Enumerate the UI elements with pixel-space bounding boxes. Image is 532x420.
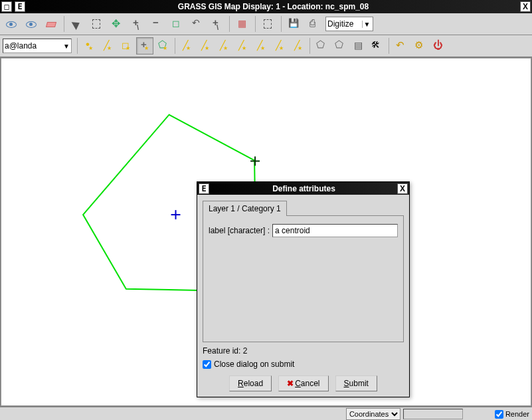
- zoom-menu-button[interactable]: [208, 15, 225, 33]
- chevron-down-icon[interactable]: ▼: [62, 43, 71, 50]
- digitizer-toolbar: ▼: [0, 35, 532, 57]
- quit-digitizer-button[interactable]: [429, 37, 446, 54]
- pan-button[interactable]: [108, 15, 126, 33]
- dialog-close-button[interactable]: X: [397, 183, 408, 194]
- label-field-input[interactable]: [272, 224, 398, 237]
- close-window-button[interactable]: X: [520, 1, 531, 12]
- dialog-tab-panel: label [character] :: [203, 215, 404, 342]
- move-feature-button[interactable]: [271, 37, 288, 54]
- pointer-button[interactable]: [68, 15, 86, 33]
- render-label: Render: [505, 410, 529, 418]
- digitize-line-button[interactable]: [99, 37, 116, 54]
- view-mode-select[interactable]: ▼: [325, 17, 373, 31]
- overlay-button[interactable]: [260, 15, 277, 33]
- status-bar: Coordinates Render: [0, 407, 532, 420]
- main-titlebar: □ E GRASS GIS Map Display: 1 - Location:…: [0, 0, 532, 13]
- chevron-down-icon[interactable]: ▼: [362, 21, 371, 28]
- feature-id-row: Feature id: 2: [203, 346, 404, 356]
- dialog-title: Define attributes: [211, 184, 397, 193]
- undo-button[interactable]: [392, 37, 409, 54]
- render-saved-button[interactable]: [23, 15, 40, 33]
- label-field-label: label [character] :: [209, 226, 270, 235]
- reload-button[interactable]: RReloadeload: [229, 375, 272, 391]
- zoom-in-button[interactable]: [128, 15, 145, 33]
- active-vertex-cross: [250, 156, 260, 165]
- cancel-icon: ✖: [287, 379, 294, 388]
- sys-menu-icon[interactable]: □: [1, 1, 12, 12]
- zoom-back-button[interactable]: [188, 15, 205, 33]
- app-e-icon[interactable]: E: [15, 1, 25, 12]
- settings-button[interactable]: [410, 37, 428, 54]
- digitize-area-button[interactable]: [155, 37, 172, 54]
- edit-line-button[interactable]: [252, 37, 270, 54]
- vector-layer-input[interactable]: [3, 41, 62, 51]
- zoom-map-button[interactable]: [168, 15, 185, 33]
- define-attributes-dialog: E Define attributes X Layer 1 / Category…: [197, 181, 410, 397]
- display-cats-button[interactable]: [313, 37, 330, 54]
- close-on-submit-checkbox[interactable]: [203, 360, 211, 369]
- dialog-titlebar: E Define attributes X: [197, 182, 409, 195]
- tab-layer-category[interactable]: Layer 1 / Category 1: [203, 201, 287, 216]
- dialog-tab-header: Layer 1 / Category 1: [203, 200, 404, 215]
- close-on-submit-toggle[interactable]: Close dialog on submit: [203, 360, 404, 369]
- split-line-button[interactable]: [234, 37, 251, 54]
- dialog-e-icon[interactable]: E: [199, 183, 209, 194]
- cancel-button[interactable]: ✖Cancel: [278, 375, 328, 391]
- display-attr-button[interactable]: [350, 37, 367, 54]
- vector-layer-select[interactable]: ▼: [3, 39, 72, 53]
- window-title: GRASS GIS Map Display: 1 - Location: nc_…: [27, 2, 520, 11]
- render-checkbox[interactable]: [495, 410, 503, 419]
- erase-display-button[interactable]: [43, 15, 60, 33]
- zoom-out-button[interactable]: [148, 15, 165, 33]
- move-vertex-button[interactable]: [178, 37, 195, 54]
- analyze-button[interactable]: [234, 15, 251, 33]
- digitize-point-button[interactable]: [80, 37, 98, 54]
- view-mode-input[interactable]: [327, 19, 362, 29]
- additional-tools-button[interactable]: [369, 37, 386, 54]
- close-on-submit-label: Close dialog on submit: [214, 360, 294, 369]
- remove-vertex-button[interactable]: [215, 37, 232, 54]
- digitize-centroid-button[interactable]: [136, 37, 153, 54]
- print-button[interactable]: [306, 15, 323, 33]
- feature-id-value: 2: [243, 346, 248, 356]
- render-map-button[interactable]: [3, 15, 20, 33]
- copy-cats-button[interactable]: [331, 37, 349, 54]
- coord-display: [403, 409, 463, 419]
- query-button[interactable]: [88, 15, 106, 33]
- render-toggle[interactable]: Render: [495, 410, 529, 419]
- centroid-cross: [171, 210, 181, 219]
- save-image-button[interactable]: [286, 15, 303, 33]
- digitize-boundary-button[interactable]: [118, 37, 135, 54]
- add-vertex-button[interactable]: [197, 37, 214, 54]
- display-toolbar: ▼: [0, 13, 532, 35]
- submit-button[interactable]: Submit: [335, 375, 377, 391]
- feature-id-label: Feature id:: [203, 346, 240, 356]
- status-mode-select[interactable]: Coordinates: [346, 408, 400, 420]
- delete-feature-button[interactable]: [290, 37, 307, 54]
